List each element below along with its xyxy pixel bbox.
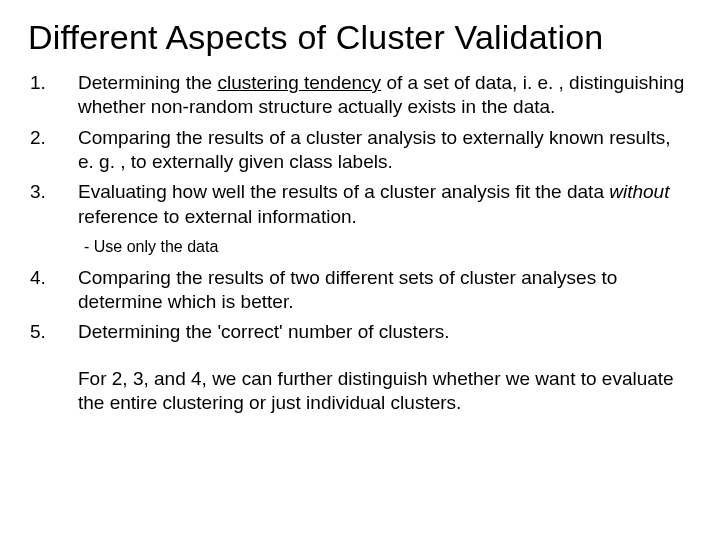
list-item: Determining the clustering tendency of a… <box>78 71 692 120</box>
list-number: 4. <box>28 266 68 315</box>
list-item: Comparing the results of two different s… <box>78 266 692 315</box>
list-number: 3. <box>28 180 68 229</box>
list-number: 5. <box>28 320 68 344</box>
underline-text: clustering tendency <box>217 72 381 93</box>
list-number: 2. <box>28 126 68 175</box>
list-item: Determining the 'correct' number of clus… <box>78 320 692 344</box>
numbered-list: 1. Determining the clustering tendency o… <box>28 71 692 345</box>
slide: Different Aspects of Cluster Validation … <box>0 0 720 540</box>
list-item: Comparing the results of a cluster analy… <box>78 126 692 175</box>
spacer <box>28 235 68 260</box>
text: Evaluating how well the results of a clu… <box>78 181 609 202</box>
footer-note: For 2, 3, and 4, we can further distingu… <box>28 367 692 416</box>
text: reference to external information. <box>78 206 357 227</box>
text: Determining the <box>78 72 217 93</box>
sub-bullet: - Use only the data <box>78 237 692 258</box>
page-title: Different Aspects of Cluster Validation <box>28 18 692 57</box>
list-item: Evaluating how well the results of a clu… <box>78 180 692 229</box>
italic-text: without <box>609 181 669 202</box>
list-number: 1. <box>28 71 68 120</box>
